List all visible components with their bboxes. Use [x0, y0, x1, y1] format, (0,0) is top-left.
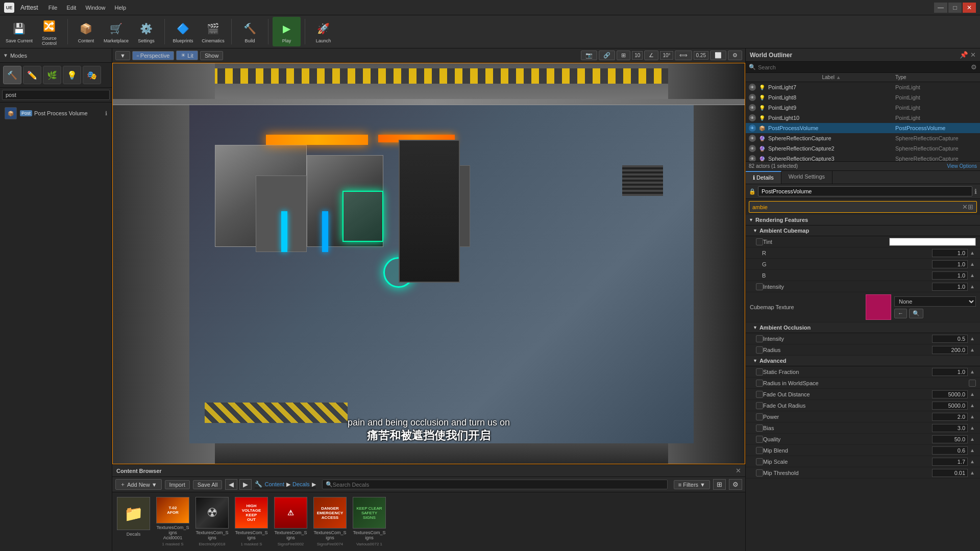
- cubemap-intensity-arrow[interactable]: ▲: [969, 284, 976, 289]
- mip-threshold-checkbox[interactable]: [756, 469, 763, 477]
- launch-button[interactable]: 🚀 Launch: [309, 17, 337, 46]
- radius-worldspace-value-checkbox[interactable]: [969, 380, 976, 387]
- bias-arrow[interactable]: ▲: [969, 425, 976, 431]
- details-name-input[interactable]: [758, 186, 972, 196]
- g-arrow[interactable]: ▲: [969, 261, 976, 267]
- cb-asset-traffic[interactable]: KEEP CLEARSAFETYSIGNS TexturesCom_Signs …: [351, 495, 387, 548]
- fade-out-distance-checkbox[interactable]: [756, 391, 763, 398]
- quality-input[interactable]: [932, 435, 968, 443]
- wo-row-pointlight9[interactable]: 👁 💡 PointLight9 PointLight: [746, 103, 980, 113]
- cb-asset-danger-2[interactable]: DANGEREMERGENCYACCESS TexturesCom_Signs …: [312, 495, 348, 548]
- nav-back-button[interactable]: ◀: [225, 479, 237, 490]
- details-search-clear-button[interactable]: ✕: [962, 203, 968, 211]
- wo-search-settings-button[interactable]: ⚙: [971, 63, 977, 71]
- g-input[interactable]: [932, 260, 968, 268]
- static-fraction-arrow[interactable]: ▲: [969, 369, 976, 374]
- fade-out-radius-input[interactable]: [932, 402, 968, 410]
- wo-view-options-button[interactable]: View Options: [947, 163, 977, 169]
- ao-radius-arrow[interactable]: ▲: [969, 347, 976, 353]
- menu-edit[interactable]: Edit: [62, 3, 80, 12]
- menu-file[interactable]: File: [44, 3, 62, 12]
- lit-button[interactable]: ☀ Lit: [176, 51, 198, 60]
- details-tab-world-settings[interactable]: World Settings: [781, 171, 832, 184]
- settings-btn-vp[interactable]: ⚙: [728, 51, 742, 60]
- path-content[interactable]: Content: [264, 481, 284, 487]
- power-checkbox[interactable]: [756, 413, 763, 420]
- grid-snap-btn[interactable]: ⊞: [617, 51, 630, 60]
- r-input[interactable]: [932, 249, 968, 257]
- cb-asset-danger-1[interactable]: ⚠ TexturesCom_Signs SignsFire0002: [273, 495, 309, 548]
- tint-color-swatch[interactable]: [889, 238, 976, 246]
- fade-out-distance-input[interactable]: [932, 390, 968, 398]
- filters-button[interactable]: ≡ Filters ▼: [674, 480, 710, 489]
- cb-asset-acid[interactable]: T-02AFOR TexturesCom_SignsAcid0001 1 mas…: [155, 495, 191, 548]
- scale-snap-btn[interactable]: ⟺: [675, 51, 692, 60]
- mode-geometry-button[interactable]: 🎭: [83, 66, 101, 84]
- quality-arrow[interactable]: ▲: [969, 436, 976, 442]
- bias-checkbox[interactable]: [756, 424, 763, 432]
- cb-asset-radioactive[interactable]: ☢ TexturesCom_Signs Electricity0018: [194, 495, 230, 548]
- path-decals[interactable]: Decals: [292, 481, 310, 487]
- cubemap-dropdown[interactable]: None: [894, 296, 976, 307]
- wo-pin-button[interactable]: 📌: [960, 51, 968, 59]
- mip-scale-input[interactable]: [932, 458, 968, 466]
- tint-checkbox[interactable]: [756, 238, 763, 245]
- mip-threshold-arrow[interactable]: ▲: [969, 470, 976, 475]
- rendering-features-section[interactable]: ▼ Rendering Features: [746, 215, 980, 226]
- world-outliner-search-input[interactable]: [758, 64, 971, 70]
- fade-out-distance-arrow[interactable]: ▲: [969, 391, 976, 397]
- show-button[interactable]: Show: [200, 51, 224, 60]
- menu-help[interactable]: Help: [111, 3, 131, 12]
- settings-cb-button[interactable]: ⚙: [729, 479, 742, 490]
- maximize-btn[interactable]: ⬜: [710, 51, 726, 60]
- add-new-button[interactable]: ＋ Add New ▼: [115, 479, 162, 490]
- wo-row-sphere3[interactable]: 👁 🔮 SphereReflectionCapture3 SphereRefle…: [746, 154, 980, 161]
- bias-input[interactable]: [932, 424, 968, 432]
- fade-out-radius-arrow[interactable]: ▲: [969, 403, 976, 408]
- mip-threshold-input[interactable]: [932, 469, 968, 477]
- wo-row-sphere2[interactable]: 👁 🔮 SphereReflectionCapture2 SphereRefle…: [746, 143, 980, 154]
- wo-row-postprocessvolume[interactable]: 👁 📦 PostProcessVolume PostProcessVolume: [746, 123, 980, 133]
- mip-blend-input[interactable]: [932, 446, 968, 455]
- settings-button[interactable]: ⚙️ Settings: [132, 17, 160, 46]
- source-control-button[interactable]: 🔀 Source Control: [35, 17, 63, 46]
- static-fraction-input[interactable]: [932, 368, 968, 376]
- power-arrow[interactable]: ▲: [969, 414, 976, 419]
- cubemap-intensity-input[interactable]: [932, 283, 968, 291]
- fade-out-radius-checkbox[interactable]: [756, 402, 763, 409]
- ao-intensity-checkbox[interactable]: [756, 335, 763, 342]
- details-tab-details[interactable]: ℹ Details: [746, 171, 781, 184]
- mip-scale-arrow[interactable]: ▲: [969, 459, 976, 464]
- static-fraction-checkbox[interactable]: [756, 368, 763, 375]
- mode-paint-button[interactable]: ✏️: [23, 66, 41, 84]
- mode-select-button[interactable]: 🔨: [3, 66, 21, 84]
- marketplace-button[interactable]: 🛒 Marketplace: [102, 17, 130, 46]
- ao-radius-checkbox[interactable]: [756, 346, 763, 354]
- play-button[interactable]: ▶ Play: [273, 17, 301, 46]
- ambient-occlusion-section[interactable]: ▼ Ambient Occlusion: [746, 322, 980, 333]
- save-all-button[interactable]: Save All: [193, 480, 223, 489]
- ao-intensity-input[interactable]: [932, 335, 968, 343]
- power-input[interactable]: [932, 413, 968, 421]
- advanced-section[interactable]: ▼ Advanced: [746, 356, 980, 366]
- wo-row-sphere1[interactable]: 👁 🔮 SphereReflectionCapture SphereReflec…: [746, 133, 980, 143]
- cb-asset-decals-folder[interactable]: 📁 Decals: [115, 495, 152, 548]
- cubemap-search-button[interactable]: 🔍: [909, 309, 923, 318]
- content-browser-search-input[interactable]: [333, 482, 664, 488]
- blueprints-button[interactable]: 🔷 Blueprints: [169, 17, 197, 46]
- content-button[interactable]: 📦 Content: [72, 17, 100, 46]
- cb-asset-highvoltage[interactable]: HIGHVOLTAGEKEEPOUT TexturesCom_Signs 1 m…: [233, 495, 270, 548]
- b-input[interactable]: [932, 271, 968, 280]
- import-button[interactable]: Import: [165, 480, 190, 489]
- mode-foliage-button[interactable]: 🌿: [43, 66, 61, 84]
- angle-snap-btn[interactable]: ∠: [644, 51, 658, 60]
- camera-btn[interactable]: 📷: [581, 51, 597, 60]
- wo-row-pointlight7[interactable]: 👁 💡 PointLight7 PointLight: [746, 82, 980, 92]
- content-browser-close-btn[interactable]: ✕: [736, 467, 741, 474]
- modes-search-input[interactable]: [2, 90, 110, 100]
- radius-worldspace-checkbox[interactable]: [756, 380, 763, 387]
- viewport-canvas[interactable]: pain and being occlusion and turn us on …: [112, 63, 745, 464]
- cinematics-button[interactable]: 🎬 Cinematics: [199, 17, 227, 46]
- details-search-input[interactable]: [752, 204, 962, 210]
- view-options-button[interactable]: ⊞: [713, 479, 726, 490]
